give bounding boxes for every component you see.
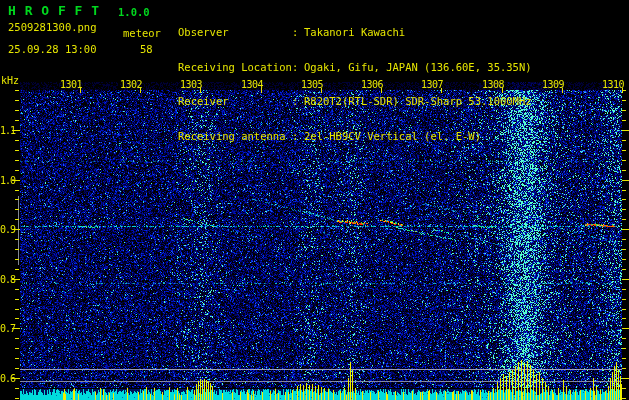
info-row-observer: Observer:Takanori Kawachi [178,27,532,39]
time-label-1303: 1303 [172,79,202,90]
location-value: Ogaki, Gifu, JAPAN (136.60E, 35.35N) [304,62,532,74]
time-label-1307: 1307 [413,79,443,90]
time-label-1306: 1306 [353,79,383,90]
freq-label-0.7: 0.7 [0,323,15,334]
info-row-antenna: Receiving antenna:2el-HB9CV Vertical (el… [178,131,532,143]
observer-label: Observer [178,27,292,39]
time-label-1302: 1302 [112,79,142,90]
mode-label: meteor [123,27,161,39]
info-row-location: Receiving Location:Ogaki, Gifu, JAPAN (1… [178,62,532,74]
time-label-1308: 1308 [474,79,504,90]
output-file-name: 2509281300.png [8,21,97,33]
meteor-count: 58 [140,43,153,55]
colon: : [292,62,304,74]
info-row-receiver: Receiver:R820T2(RTL-SDR) SDR-Sharp 53.10… [178,96,532,108]
colon: : [292,131,304,143]
receiver-value: R820T2(RTL-SDR) SDR-Sharp 53.1000MHz [304,96,532,108]
hrofft-window: H R O F F T 1.0.0 2509281300.png meteor … [0,0,629,400]
time-label-1305: 1305 [293,79,323,90]
colon: : [292,27,304,39]
time-label-1309: 1309 [534,79,564,90]
freq-axis-unit: kHz [1,75,19,86]
time-label-1304: 1304 [233,79,263,90]
time-label-1310: 1310 [594,79,624,90]
antenna-value: 2el-HB9CV Vertical (el. E-W) [304,131,532,143]
app-version: 1.0.0 [118,6,150,18]
freq-label-0.9: 0.9 [0,224,15,235]
freq-label-1.1: 1.1 [0,125,15,136]
observation-datetime: 25.09.28 13:00 [8,43,97,55]
location-label: Receiving Location [178,62,292,74]
app-title: H R O F F T [8,3,100,18]
antenna-label: Receiving antenna [178,131,292,143]
freq-label-0.8: 0.8 [0,274,15,285]
freq-label-0.6: 0.6 [0,373,15,384]
receiver-label: Receiver [178,96,292,108]
observer-value: Takanori Kawachi [304,27,532,39]
colon: : [292,96,304,108]
freq-label-1.0: 1.0 [0,175,15,186]
time-label-1301: 1301 [52,79,82,90]
